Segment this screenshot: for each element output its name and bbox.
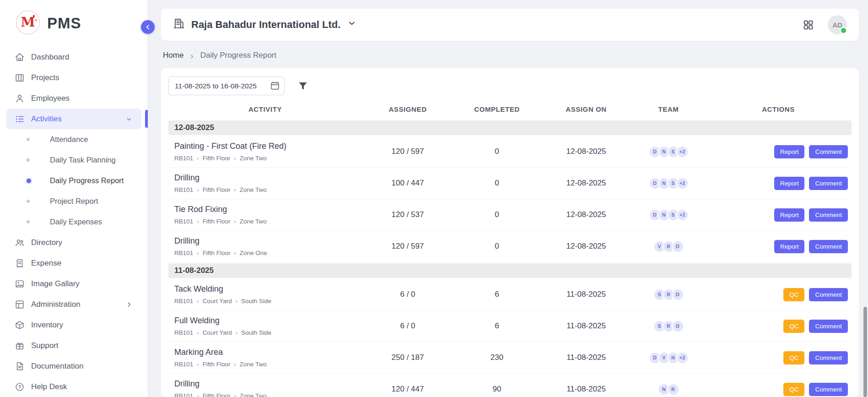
row-actions: QCComment — [705, 351, 852, 364]
home-icon — [15, 52, 25, 62]
breadcrumb-home[interactable]: Home — [163, 51, 183, 60]
sidebar-subitem-daily-expenses[interactable]: Daily Expenses — [0, 212, 148, 232]
app-logo[interactable]: M PMS — [0, 0, 148, 45]
comment-button[interactable]: Comment — [809, 145, 848, 158]
content-card: ACTIVITY ASSIGNED COMPLETED ASSIGN ON TE… — [161, 68, 859, 397]
team-member-avatar[interactable]: D — [672, 288, 684, 301]
chevron-right-icon: › — [197, 329, 199, 336]
sidebar-item-image-gallary[interactable]: Image Gallary — [6, 273, 141, 294]
report-button[interactable]: Report — [774, 240, 805, 253]
calendar-icon[interactable] — [270, 81, 280, 91]
sidebar-item-employees[interactable]: Employees — [6, 88, 141, 109]
col-completed: COMPLETED — [453, 105, 540, 113]
sidebar-subitem-attendance[interactable]: Attendance — [0, 129, 148, 150]
comment-button[interactable]: Comment — [809, 383, 848, 396]
qc-button[interactable]: QC — [783, 351, 804, 364]
sidebar-item-projects[interactable]: Projects — [6, 67, 141, 88]
col-actions: ACTIONS — [705, 105, 852, 113]
date-range-picker[interactable] — [168, 76, 285, 95]
comment-button[interactable]: Comment — [809, 177, 848, 190]
team-overflow-badge[interactable]: +2 — [676, 209, 689, 221]
sidebar-subitem-label: Project Report — [50, 197, 98, 206]
completed-value: 90 — [453, 385, 540, 394]
sidebar-item-help-desk[interactable]: ?Help Desk — [6, 376, 141, 397]
report-button[interactable]: Report — [774, 177, 805, 190]
sidebar-item-inventory[interactable]: Inventory — [6, 315, 141, 335]
team-member-avatar[interactable]: D — [672, 320, 684, 332]
sidebar-item-support[interactable]: Support — [6, 335, 141, 356]
row-actions: QCComment — [705, 383, 852, 396]
employees-icon — [15, 93, 25, 103]
sidebar-subitem-daily-task-planning[interactable]: Daily Task Planning — [0, 150, 148, 170]
comment-button[interactable]: Comment — [809, 351, 848, 364]
topbar-right: AD — [803, 15, 847, 34]
sidebar-item-directory[interactable]: Directory — [6, 232, 141, 253]
report-button[interactable]: Report — [774, 208, 805, 222]
report-button[interactable]: Report — [774, 145, 805, 158]
chevron-right-icon: › — [236, 298, 237, 305]
sidebar-subitem-label: Daily Progress Report — [50, 176, 124, 185]
filter-icon[interactable] — [297, 81, 308, 92]
user-avatar[interactable]: AD — [828, 15, 847, 34]
team-member-avatar[interactable]: D — [672, 240, 684, 253]
table-row: Drilling RB101›Fifth Floor›Zone One 120 … — [168, 231, 852, 262]
comment-button[interactable]: Comment — [809, 288, 848, 301]
table-row: Full Welding RB101›Court Yard›South Side… — [168, 310, 852, 342]
sidebar-item-documentation[interactable]: Documentation — [6, 356, 141, 376]
team-overflow-badge[interactable]: +2 — [676, 177, 689, 190]
path-segment: Zone Two — [240, 155, 267, 162]
date-range-input[interactable] — [168, 76, 285, 95]
sidebar-subitem-project-report[interactable]: Project Report — [0, 191, 148, 212]
sidebar-item-dashboard[interactable]: Dashboard — [6, 47, 141, 67]
comment-button[interactable]: Comment — [809, 320, 848, 333]
svg-text:?: ? — [18, 384, 21, 389]
avatar-initials: AD — [832, 21, 842, 29]
team-overflow-badge[interactable]: +2 — [676, 146, 689, 158]
assigned-value: 120 / 597 — [362, 147, 453, 156]
table-row: Painting - First Coat (Fire Red) RB101›F… — [168, 136, 852, 168]
comment-button[interactable]: Comment — [809, 208, 848, 222]
group-date: 12-08-2025 — [174, 123, 214, 132]
path-segment: South Side — [241, 329, 271, 336]
completed-value: 0 — [453, 210, 540, 219]
qc-button[interactable]: QC — [783, 320, 804, 333]
row-actions: ReportComment — [705, 240, 852, 253]
assigned-value: 120 / 537 — [362, 210, 453, 219]
comment-button[interactable]: Comment — [809, 240, 848, 253]
team-avatars: SRD — [632, 320, 705, 332]
assign-on-value: 11-08-2025 — [540, 353, 632, 362]
qc-button[interactable]: QC — [783, 288, 804, 301]
team-avatars: NR — [632, 383, 705, 396]
main-area: Raja Bahadur International Ltd. AD Home … — [148, 0, 868, 397]
sidebar-item-label: Inventory — [31, 321, 63, 330]
sidebar-subitem-daily-progress-report[interactable]: Daily Progress Report — [0, 170, 148, 191]
completed-value: 6 — [453, 321, 540, 331]
team-member-avatar[interactable]: R — [667, 383, 679, 396]
assigned-value: 6 / 0 — [362, 321, 453, 331]
sidebar-item-administration[interactable]: Administration — [6, 294, 141, 315]
path-segment: RB101 — [174, 155, 193, 162]
activity-cell: Drilling RB101›Fifth Floor›Zone Two — [168, 375, 362, 397]
chevron-right-icon: › — [197, 155, 199, 162]
sidebar-collapse-button[interactable] — [141, 20, 155, 34]
sidebar-item-label: Employees — [31, 94, 70, 103]
table-row: Tie Rod Fixing RB101›Fifth Floor›Zone Tw… — [168, 199, 852, 231]
sidebar-item-activities[interactable]: Activities — [6, 109, 141, 129]
company-selector[interactable]: Raja Bahadur International Ltd. — [173, 17, 357, 32]
path-segment: Court Yard — [203, 298, 232, 305]
sidebar-item-expense[interactable]: Expense — [6, 253, 141, 273]
qc-button[interactable]: QC — [783, 383, 804, 396]
apps-grid-icon[interactable] — [803, 19, 814, 31]
path-segment: Zone Two — [240, 186, 267, 193]
team-overflow-badge[interactable]: +2 — [676, 352, 689, 364]
sidebar-item-label: Support — [31, 341, 59, 350]
documentation-icon — [15, 361, 25, 371]
activity-cell: Drilling RB101›Fifth Floor›Zone Two — [168, 169, 362, 198]
activity-cell: Tack Welding RB101›Court Yard›South Side — [168, 280, 362, 309]
assign-on-value: 12-08-2025 — [540, 147, 632, 156]
completed-value: 0 — [453, 242, 540, 251]
scrollbar-thumb[interactable] — [863, 307, 867, 397]
bullet-icon — [27, 158, 30, 162]
sidebar-subitem-label: Attendance — [50, 135, 88, 144]
row-actions: ReportComment — [705, 177, 852, 190]
